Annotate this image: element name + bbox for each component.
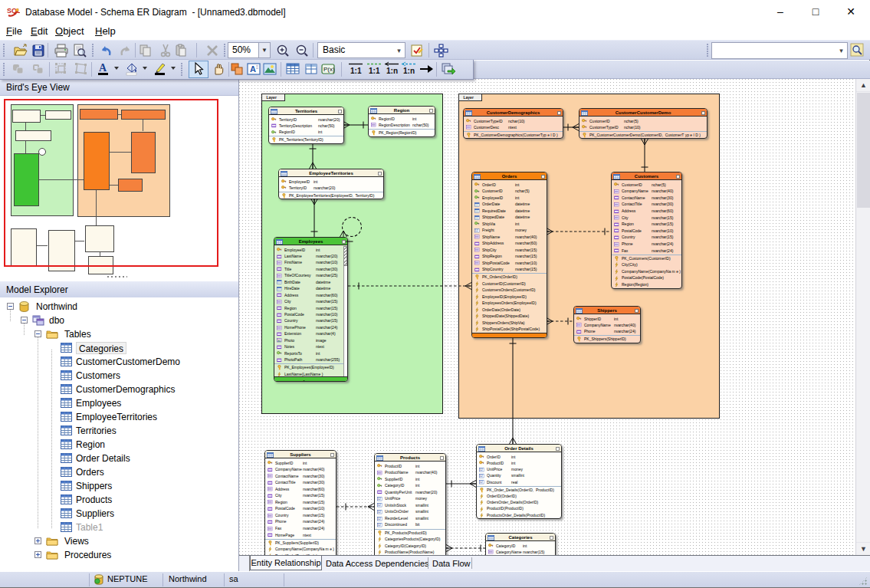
svg-text:1:1: 1:1 xyxy=(369,67,380,75)
svg-text:1:n: 1:n xyxy=(386,67,398,75)
svg-text:A: A xyxy=(250,64,256,74)
svg-text:A: A xyxy=(99,62,107,74)
svg-text:1:1: 1:1 xyxy=(350,67,362,75)
svg-text:P(x): P(x) xyxy=(323,66,335,73)
svg-text:1:n: 1:n xyxy=(403,67,415,75)
